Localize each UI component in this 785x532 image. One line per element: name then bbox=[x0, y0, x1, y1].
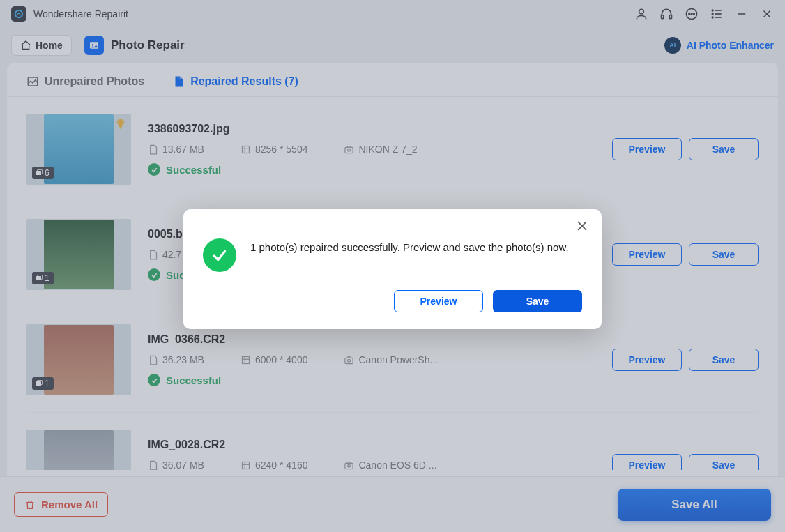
success-check-icon bbox=[203, 238, 236, 272]
success-modal: 1 photo(s) repaired successfully. Previe… bbox=[183, 209, 602, 329]
modal-message: 1 photo(s) repaired successfully. Previe… bbox=[250, 238, 569, 256]
modal-preview-button[interactable]: Preview bbox=[394, 290, 483, 312]
modal-close-button[interactable] bbox=[575, 219, 589, 233]
modal-save-button[interactable]: Save bbox=[493, 290, 582, 312]
